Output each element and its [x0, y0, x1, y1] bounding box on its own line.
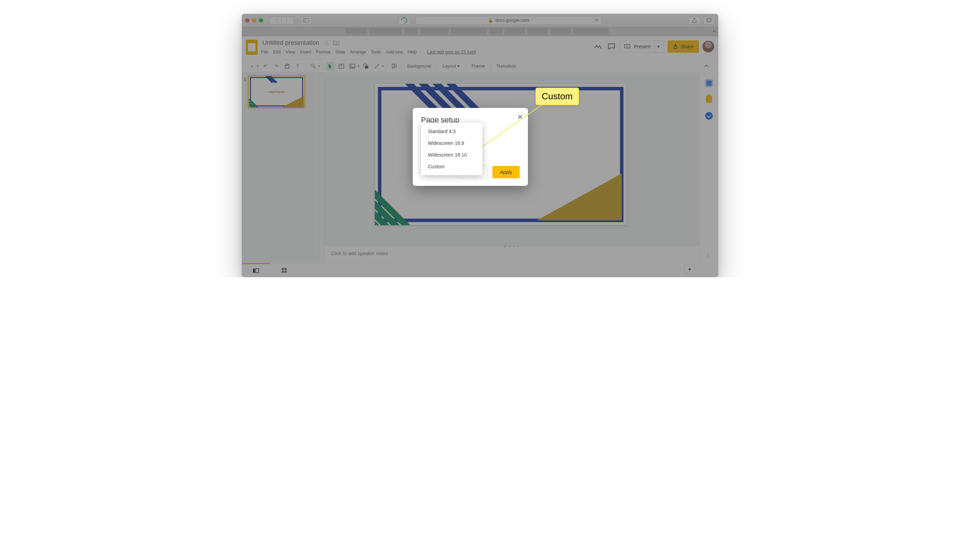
apply-button[interactable]: Apply: [493, 166, 520, 178]
callout-label: Custom: [536, 88, 579, 105]
option-widescreen-169[interactable]: Widescreen 16:9: [421, 137, 482, 149]
page-setup-dropdown: Standard 4:3 Widescreen 16:9 Widescreen …: [421, 123, 482, 175]
option-standard[interactable]: Standard 4:3: [421, 125, 482, 137]
browser-window: 〈 〉 🔒 docs.google.com ⟳ +: [242, 14, 718, 277]
option-custom[interactable]: Custom: [421, 161, 482, 173]
option-widescreen-1610[interactable]: Widescreen 16:10: [421, 149, 482, 161]
